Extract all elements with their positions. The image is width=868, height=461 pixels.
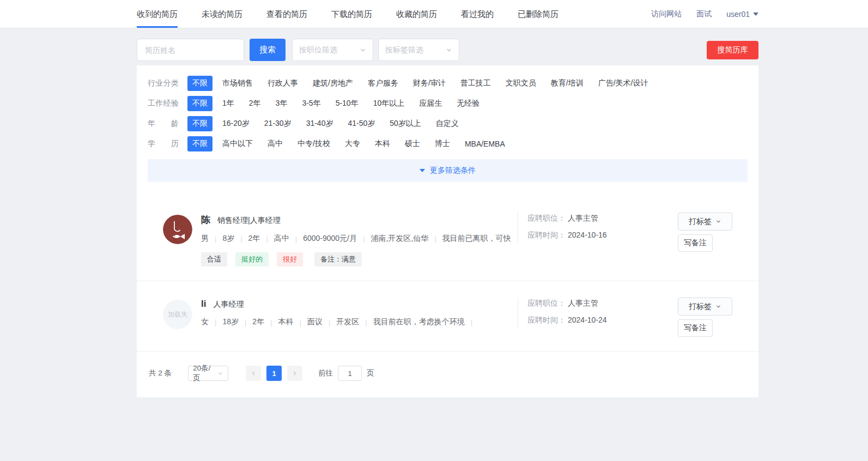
resume-detail: 2年 <box>252 317 264 327</box>
filter-row-2: 年龄不限16-20岁21-30岁31-40岁41-50岁50岁以上自定义 <box>137 113 758 134</box>
filter-option[interactable]: 1年 <box>222 99 234 108</box>
resume-row-1: 加载失li人事经理女|18岁|2年|本科|面议|开发区|我目前在职，考虑换个环境… <box>137 281 758 351</box>
filter-option[interactable]: 广告/美术/设计 <box>598 78 648 88</box>
apply-position: 应聘职位：人事主管 <box>527 299 671 308</box>
filter-option[interactable]: 高中以下 <box>222 139 253 149</box>
filter-option[interactable]: 不限 <box>187 116 213 131</box>
tag-button[interactable]: 打标签 <box>678 298 732 316</box>
filter-option[interactable]: 3-5年 <box>302 99 320 108</box>
filter-option[interactable]: 行政人事 <box>268 78 298 88</box>
filter-option[interactable]: 21-30岁 <box>264 119 292 129</box>
filter-option[interactable]: 应届生 <box>419 99 442 108</box>
filter-option[interactable]: 文职文员 <box>506 78 536 88</box>
filter-option[interactable]: 不限 <box>187 96 213 111</box>
filter-option[interactable]: 41-50岁 <box>348 119 375 129</box>
visit-site-link[interactable]: 访问网站 <box>651 9 682 19</box>
filter-option[interactable]: 10年以上 <box>373 99 405 108</box>
next-page-button[interactable] <box>287 366 302 381</box>
separator: | <box>266 235 268 243</box>
prev-page-button[interactable] <box>246 366 261 381</box>
filter-option[interactable]: 大专 <box>345 139 360 149</box>
filter-option[interactable]: 31-40岁 <box>306 119 333 129</box>
note-button[interactable]: 写备注 <box>678 234 713 252</box>
username: user01 <box>726 10 750 19</box>
triangle-down-icon <box>420 169 425 172</box>
filter-option[interactable]: 财务/审计 <box>413 78 446 88</box>
separator: | <box>295 235 297 243</box>
resume-name-input[interactable] <box>137 39 244 61</box>
resume-detail: 开发区 <box>336 317 359 327</box>
chevron-down-icon <box>360 47 366 53</box>
nav-tab-6[interactable]: 已删除简历 <box>518 0 559 28</box>
filter-option[interactable]: 客户服务 <box>368 78 398 88</box>
resume-library-button[interactable]: 搜简历库 <box>707 41 758 59</box>
filter-option[interactable]: 市场销售 <box>222 78 253 88</box>
filter-option[interactable]: 不限 <box>187 76 213 91</box>
note-button[interactable]: 写备注 <box>678 319 713 337</box>
tag-filter-select[interactable]: 按标签筛选 <box>378 39 459 61</box>
separator: | <box>215 318 216 326</box>
apply-info: 应聘职位：人事主管应聘时间：2024-10-24 <box>518 298 671 327</box>
filter-option[interactable]: 16-20岁 <box>222 119 250 129</box>
tag-button-label: 打标签 <box>689 302 712 312</box>
apply-time-label: 应聘时间： <box>527 316 566 324</box>
resume-name[interactable]: li <box>201 299 206 310</box>
resume-details: 男|8岁|2年|高中|6000-9000元/月|浦南,开发区,仙华|我目前已离职… <box>201 234 511 244</box>
filter-option[interactable]: 2年 <box>249 99 261 108</box>
filter-option[interactable]: 建筑/房地产 <box>313 78 353 88</box>
filter-row-0: 行业分类不限市场销售行政人事建筑/房地产客户服务财务/审计普工技工文职文员教育/… <box>137 73 758 93</box>
resume-main: li人事经理女|18岁|2年|本科|面议|开发区|我目前在职，考虑换个环境| <box>201 298 511 327</box>
filter-option[interactable]: 高中 <box>268 139 283 149</box>
filter-option[interactable]: MBA/EMBA <box>465 139 505 148</box>
filter-option[interactable]: 硕士 <box>405 139 420 149</box>
content-column: 搜索 按职位筛选 按标签筛选 搜简历库 行业分类不限市场销售行政人事建筑/房地产… <box>137 39 758 397</box>
apply-position-value: 人事主管 <box>568 214 598 222</box>
nav-tab-2[interactable]: 查看的简历 <box>266 0 307 28</box>
tag-green: 挺好的 <box>235 252 269 266</box>
nav-tab-0[interactable]: 收到的简历 <box>137 0 178 28</box>
resume-name[interactable]: 陈 <box>201 214 210 226</box>
goto-page: 前往 页 <box>318 366 374 381</box>
nav-tab-4[interactable]: 收藏的简历 <box>396 0 437 28</box>
nav-tab-3[interactable]: 下载的简历 <box>331 0 372 28</box>
goto-page-input[interactable] <box>338 366 362 381</box>
user-menu[interactable]: user01 <box>726 10 758 19</box>
apply-time: 应聘时间：2024-10-24 <box>527 316 671 325</box>
resume-detail: 2年 <box>248 234 260 244</box>
top-links: 访问网站 面试 user01 <box>651 9 758 19</box>
more-filters-label: 更多筛选条件 <box>430 166 476 175</box>
interview-link[interactable]: 面试 <box>696 9 712 19</box>
filter-option[interactable]: 本科 <box>375 139 390 149</box>
filter-option[interactable]: 自定义 <box>436 119 459 129</box>
tag-button-label: 打标签 <box>689 217 712 227</box>
filter-label: 行业分类 <box>148 78 179 88</box>
filter-option[interactable]: 中专/技校 <box>298 139 330 149</box>
page-number-button[interactable]: 1 <box>266 366 282 381</box>
nav-tab-5[interactable]: 看过我的 <box>461 0 494 28</box>
resume-detail: 6000-9000元/月 <box>303 234 357 244</box>
filter-option[interactable]: 不限 <box>187 136 213 151</box>
separator: | <box>434 235 436 243</box>
page-size-select[interactable]: 20条/页 <box>188 366 228 381</box>
position-filter-select[interactable]: 按职位筛选 <box>292 39 373 61</box>
filter-option[interactable]: 无经验 <box>457 99 479 108</box>
resume-detail: 高中 <box>274 234 289 244</box>
filter-option[interactable]: 3年 <box>276 99 288 108</box>
filter-option[interactable]: 普工技工 <box>460 78 491 88</box>
pagination: 共 2 条 20条/页 1 前往 页 <box>137 351 758 397</box>
tag-button[interactable]: 打标签 <box>678 213 732 230</box>
more-filters-toggle[interactable]: 更多筛选条件 <box>148 159 748 182</box>
filter-option[interactable]: 50岁以上 <box>390 119 421 129</box>
search-button[interactable]: 搜索 <box>250 39 286 61</box>
nav-tab-1[interactable]: 未读的简历 <box>202 0 242 28</box>
filter-option[interactable]: 教育/培训 <box>551 78 584 88</box>
resume-actions: 打标签写备注 <box>678 298 732 337</box>
resume-tags: 合适挺好的很好备注：满意 <box>201 252 511 266</box>
filter-option[interactable]: 5-10年 <box>336 99 359 108</box>
tag-filter-placeholder: 按标签筛选 <box>385 45 423 55</box>
filter-label: 学历 <box>148 139 179 149</box>
resume-detail: 18岁 <box>222 317 239 327</box>
filter-option[interactable]: 博士 <box>435 139 450 149</box>
apply-position-value: 人事主管 <box>568 299 598 307</box>
tag-note: 备注：满意 <box>314 252 362 266</box>
